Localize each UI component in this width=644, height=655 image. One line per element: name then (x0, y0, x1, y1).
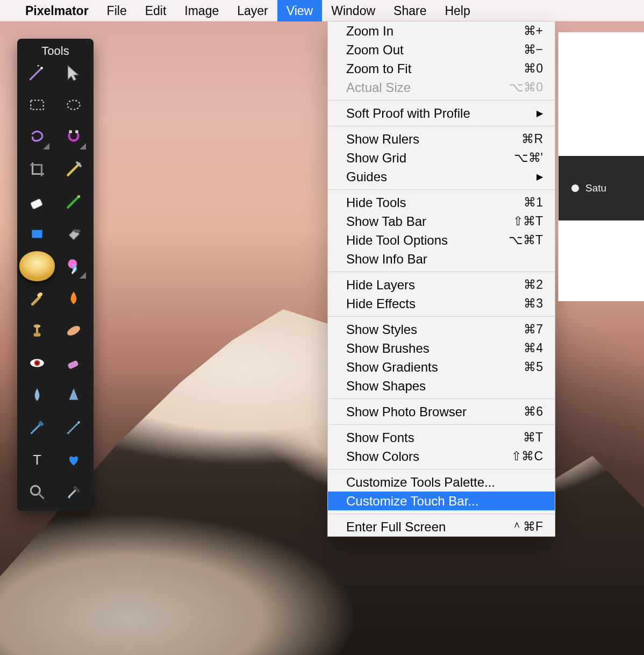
menu-item-label: Zoom Out (346, 42, 500, 58)
sharpen-tool[interactable] (63, 353, 84, 373)
menu-item-show-styles[interactable]: Show Styles⌘7 (328, 320, 555, 339)
svg-rect-8 (32, 230, 42, 238)
menu-item-shortcut: ⌘0 (500, 61, 543, 76)
menu-item-show-grid[interactable]: Show Grid⌥⌘' (328, 148, 555, 167)
menu-item-label: Show Gradients (346, 360, 500, 375)
menu-item-show-rulers[interactable]: Show Rulers⌘R (328, 130, 555, 148)
menu-item-show-gradients[interactable]: Show Gradients⌘5 (328, 358, 555, 376)
move-tool[interactable] (63, 62, 84, 83)
menu-item-shortcut: ⌘R (500, 132, 543, 146)
menu-item-enter-full-screen[interactable]: Enter Full Screen＾⌘F (328, 517, 555, 536)
menu-item-customize-touch-bar[interactable]: Customize Touch Bar... (328, 492, 555, 510)
menu-item-shortcut: ⌘1 (500, 195, 543, 210)
menu-item-show-fonts[interactable]: Show Fonts⌘T (328, 428, 555, 447)
menu-item-customize-tools-palette[interactable]: Customize Tools Palette... (328, 473, 555, 492)
elliptical-marquee-tool[interactable] (63, 95, 84, 115)
menu-item-hide-effects[interactable]: Hide Effects⌘3 (328, 294, 555, 313)
menu-item-actual-size: Actual Size⌥⌘0 (328, 78, 555, 97)
menu-item-show-photo-browser[interactable]: Show Photo Browser⌘6 (328, 402, 555, 421)
svg-rect-19 (67, 360, 79, 369)
menubar-window[interactable]: Window (322, 0, 384, 22)
menu-item-label: Hide Tool Options (346, 233, 500, 248)
menu-item-soft-proof-with-profile[interactable]: Soft Proof with Profile▶ (328, 104, 555, 123)
slice-tool[interactable] (63, 159, 84, 180)
view-menu-dropdown: Zoom In⌘+Zoom Out⌘−Zoom to Fit⌘0Actual S… (327, 22, 555, 537)
menu-item-shortcut: ⌘4 (500, 341, 543, 355)
brush-tool[interactable] (63, 191, 84, 212)
gradient-tool[interactable] (63, 385, 84, 405)
lasso-tool[interactable] (27, 127, 47, 147)
menu-item-shortcut: ⇧⌘C (500, 449, 543, 464)
heal-tool[interactable] (63, 321, 84, 341)
menubar-share[interactable]: Share (384, 0, 435, 22)
menu-separator (328, 398, 555, 399)
droplet-tool[interactable] (27, 385, 47, 405)
menu-item-show-colors[interactable]: Show Colors⇧⌘C (328, 447, 555, 466)
menubar-layer[interactable]: Layer (228, 0, 277, 22)
svg-point-15 (66, 324, 81, 337)
eraser-tool[interactable] (27, 191, 47, 212)
menu-separator (328, 272, 555, 272)
menubar-edit[interactable]: Edit (136, 0, 176, 22)
svg-rect-12 (34, 333, 41, 336)
menu-item-show-brushes[interactable]: Show Brushes⌘4 (328, 339, 555, 358)
crop-tool[interactable] (27, 159, 47, 180)
svg-point-1 (38, 65, 39, 67)
menu-separator (328, 189, 555, 190)
menu-separator (328, 100, 555, 101)
menu-item-label: Soft Proof with Profile (346, 106, 536, 121)
rectangular-marquee-tool[interactable] (27, 95, 47, 115)
tools-palette[interactable]: Tools T (17, 39, 94, 511)
menubar-view[interactable]: View (277, 0, 322, 22)
menubar-image[interactable]: Image (175, 0, 228, 22)
menu-item-show-info-bar[interactable]: Show Info Bar (328, 250, 555, 268)
type-tool[interactable]: T (27, 450, 47, 470)
menu-item-shortcut: ⌘T (500, 430, 543, 445)
menubar-app-name[interactable]: Pixelmator (16, 0, 98, 22)
menu-item-guides[interactable]: Guides▶ (328, 167, 555, 186)
zoom-tool[interactable] (27, 482, 47, 502)
path-tool[interactable] (63, 417, 84, 438)
menu-item-label: Customize Tools Palette... (346, 475, 543, 490)
pen-tool[interactable] (27, 417, 47, 438)
menu-item-hide-tools[interactable]: Hide Tools⌘1 (328, 193, 555, 212)
menu-item-label: Zoom to Fit (346, 61, 500, 76)
menu-item-hide-layers[interactable]: Hide Layers⌘2 (328, 275, 555, 294)
menu-item-label: Show Tab Bar (346, 214, 500, 229)
menu-item-label: Hide Tools (346, 195, 500, 210)
radio-icon (571, 184, 579, 192)
menubar-help[interactable]: Help (435, 0, 479, 22)
svg-point-14 (34, 324, 41, 328)
menu-item-label: Show Info Bar (346, 252, 543, 267)
paint-bucket-tool[interactable] (63, 224, 84, 244)
menu-separator (328, 316, 555, 317)
menu-item-label: Enter Full Screen (346, 519, 500, 535)
red-eye-tool[interactable] (27, 353, 47, 373)
menu-item-shortcut: ⌥⌘' (500, 151, 543, 165)
menu-item-label: Show Brushes (346, 341, 500, 356)
menu-item-label: Hide Effects (346, 296, 500, 311)
magnetic-selection-tool[interactable] (63, 127, 84, 147)
menu-item-label: Show Grid (346, 151, 500, 166)
menu-item-hide-tool-options[interactable]: Hide Tool Options⌥⌘T (328, 231, 555, 250)
pixel-tool[interactable] (63, 256, 84, 276)
menubar-file[interactable]: File (98, 0, 136, 22)
clone-stamp-tool[interactable] (27, 321, 47, 341)
shape-tool[interactable] (27, 224, 47, 244)
submenu-arrow-icon: ▶ (536, 108, 543, 118)
magic-wand-tool[interactable] (27, 62, 47, 83)
blur-tool[interactable] (63, 288, 84, 309)
menu-item-show-shapes[interactable]: Show Shapes (328, 376, 555, 395)
macos-menubar: Pixelmator File Edit Image Layer View Wi… (0, 0, 644, 22)
eyedropper-tool[interactable] (63, 482, 84, 502)
menu-separator (328, 469, 555, 469)
menu-item-zoom-in[interactable]: Zoom In⌘+ (328, 22, 555, 40)
menu-item-show-tab-bar[interactable]: Show Tab Bar⇧⌘T (328, 212, 555, 231)
smudge-tool[interactable] (27, 288, 47, 309)
svg-point-18 (36, 362, 38, 364)
menu-item-zoom-out[interactable]: Zoom Out⌘− (328, 40, 555, 59)
menu-item-zoom-to-fit[interactable]: Zoom to Fit⌘0 (328, 59, 555, 78)
menu-item-label: Show Rulers (346, 132, 500, 147)
sponge-tool[interactable] (27, 256, 47, 276)
favorite-tool[interactable] (63, 450, 84, 470)
